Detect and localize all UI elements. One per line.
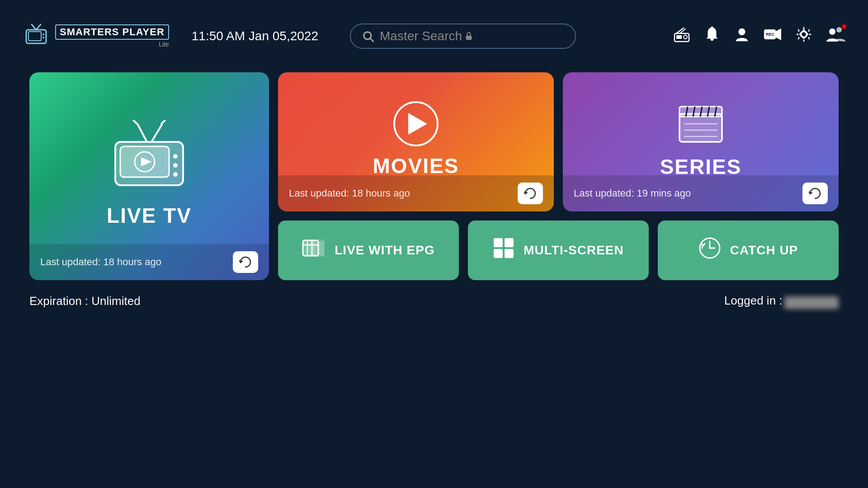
footer: Expiration : Unlimited Logged in : bbox=[0, 280, 868, 309]
radio-icon[interactable] bbox=[673, 25, 691, 47]
movies-last-updated: Last updated: 18 hours ago bbox=[289, 188, 410, 199]
svg-point-27 bbox=[829, 28, 835, 35]
svg-point-41 bbox=[173, 172, 178, 177]
lock-icon bbox=[464, 31, 474, 41]
catch-up-label: CATCH UP bbox=[730, 243, 798, 258]
svg-point-28 bbox=[836, 27, 842, 33]
logged-in-username bbox=[784, 296, 839, 309]
svg-point-40 bbox=[173, 163, 178, 168]
record-icon[interactable]: REC bbox=[763, 26, 782, 47]
live-tv-footer: Last updated: 18 hours ago bbox=[29, 244, 269, 280]
svg-rect-42 bbox=[679, 114, 722, 142]
svg-marker-18 bbox=[776, 28, 781, 40]
svg-rect-8 bbox=[466, 36, 472, 40]
live-epg-label: LIVE WITH EPG bbox=[335, 243, 434, 258]
svg-line-29 bbox=[138, 125, 147, 142]
svg-rect-23 bbox=[803, 37, 805, 39]
movies-play-icon bbox=[393, 101, 439, 146]
svg-rect-60 bbox=[494, 249, 503, 258]
svg-point-11 bbox=[684, 35, 687, 39]
svg-point-15 bbox=[738, 28, 745, 35]
search-icon bbox=[362, 30, 374, 42]
svg-line-0 bbox=[32, 24, 36, 30]
svg-line-30 bbox=[133, 120, 137, 124]
logo-text: SMARTERS PLAYER Lite bbox=[55, 24, 169, 48]
movies-title: MOVIES bbox=[373, 154, 459, 178]
svg-rect-58 bbox=[494, 238, 503, 247]
multi-screen-card[interactable]: MULTI-SCREEN bbox=[468, 221, 649, 280]
movies-footer: Last updated: 18 hours ago bbox=[278, 175, 554, 211]
svg-rect-25 bbox=[806, 33, 808, 35]
svg-line-1 bbox=[36, 24, 41, 30]
series-last-updated: Last updated: 19 mins ago bbox=[574, 188, 691, 199]
svg-rect-24 bbox=[799, 33, 802, 35]
svg-rect-3 bbox=[28, 32, 41, 41]
series-refresh-button[interactable] bbox=[802, 183, 828, 204]
search-placeholder: Master Search bbox=[380, 29, 462, 43]
svg-rect-61 bbox=[505, 249, 514, 258]
user-icon[interactable] bbox=[733, 26, 750, 47]
movies-refresh-button[interactable] bbox=[518, 183, 543, 204]
live-tv-refresh-button[interactable] bbox=[233, 251, 258, 273]
svg-text:REC: REC bbox=[766, 32, 775, 37]
settings-icon[interactable] bbox=[795, 25, 813, 47]
logged-in-label: Logged in : bbox=[724, 294, 783, 307]
svg-point-39 bbox=[173, 154, 178, 159]
svg-point-5 bbox=[42, 37, 44, 38]
search-bar[interactable]: Master Search bbox=[350, 23, 576, 49]
svg-rect-10 bbox=[676, 35, 682, 39]
movies-card[interactable]: MOVIES Last updated: 18 hours ago bbox=[278, 72, 554, 211]
catch-up-card[interactable]: CATCH UP bbox=[658, 221, 839, 280]
svg-line-32 bbox=[161, 120, 165, 124]
series-footer: Last updated: 19 mins ago bbox=[563, 175, 839, 211]
multi-screen-label: MULTI-SCREEN bbox=[524, 243, 623, 258]
logged-in-area: Logged in : bbox=[724, 294, 839, 309]
cards-grid: LIVE TV Last updated: 18 hours ago MOVIE… bbox=[29, 72, 839, 280]
live-tv-title: LIVE TV bbox=[107, 203, 192, 228]
live-epg-icon bbox=[302, 238, 326, 263]
live-epg-card[interactable]: LIVE WITH EPG bbox=[278, 221, 459, 280]
multi-screen-icon bbox=[493, 237, 514, 263]
logo-sub: Lite bbox=[55, 41, 169, 48]
logo-area: SMARTERS PLAYER Lite bbox=[23, 21, 169, 52]
bell-icon[interactable] bbox=[703, 26, 721, 47]
svg-point-21 bbox=[802, 33, 805, 36]
svg-point-14 bbox=[711, 26, 713, 28]
svg-line-31 bbox=[151, 125, 162, 142]
svg-point-4 bbox=[42, 33, 44, 35]
main-content: LIVE TV Last updated: 18 hours ago MOVIE… bbox=[0, 72, 868, 280]
catch-up-icon bbox=[698, 237, 721, 264]
profile-icon[interactable] bbox=[826, 25, 845, 47]
svg-line-12 bbox=[676, 28, 684, 33]
header: SMARTERS PLAYER Lite 11:50 AM Jan 05,202… bbox=[0, 0, 868, 72]
bottom-cards-row: LIVE WITH EPG MULTI-SCREEN bbox=[278, 221, 839, 280]
header-icons: REC bbox=[673, 25, 845, 47]
logo-brand: SMARTERS PLAYER bbox=[55, 24, 169, 40]
series-card[interactable]: SERIES Last updated: 19 mins ago bbox=[563, 72, 839, 211]
live-tv-icon bbox=[108, 120, 190, 194]
datetime: 11:50 AM Jan 05,2022 bbox=[192, 29, 318, 43]
svg-rect-59 bbox=[505, 238, 514, 247]
series-clapper-icon bbox=[676, 100, 726, 147]
play-triangle bbox=[408, 113, 427, 135]
svg-line-7 bbox=[370, 38, 373, 41]
expiry-text: Expiration : Unlimited bbox=[29, 294, 141, 308]
live-tv-last-updated: Last updated: 18 hours ago bbox=[40, 256, 161, 268]
live-tv-card[interactable]: LIVE TV Last updated: 18 hours ago bbox=[29, 72, 269, 280]
logo-tv-icon bbox=[23, 21, 50, 52]
